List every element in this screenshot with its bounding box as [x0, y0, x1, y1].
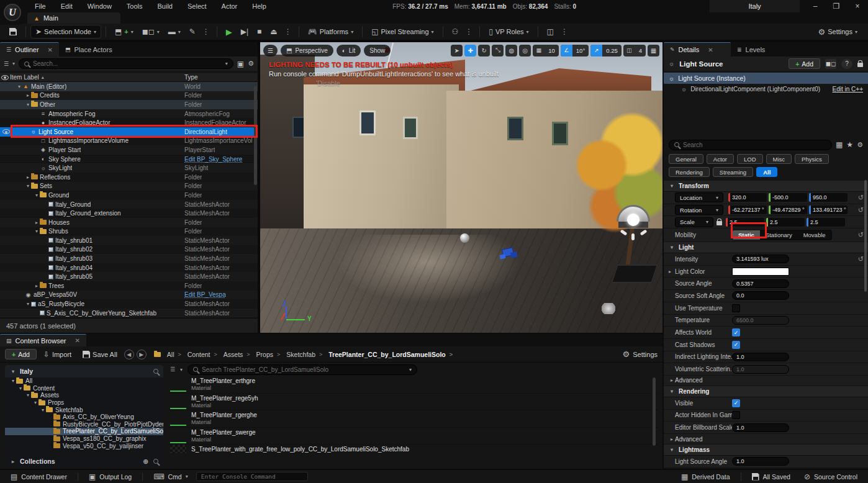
tree-row[interactable]: ▾Props	[5, 399, 163, 407]
close-icon[interactable]: ✕	[75, 337, 79, 344]
back-button[interactable]: ◀	[124, 350, 134, 359]
outliner-row[interactable]: Italy_GroundStaticMeshActor	[0, 200, 258, 209]
toolbar-overflow-kebab[interactable]: ⋮	[200, 27, 212, 36]
outliner-row[interactable]: ▸TreesFolder	[0, 281, 258, 291]
save-button[interactable]	[5, 25, 21, 38]
cb-settings-button[interactable]: ⚙Settings	[623, 350, 658, 359]
component-row-directional-light[interactable]: ☼ DirectionalLightComponent (LightCompon…	[664, 84, 868, 94]
scale-z-field[interactable]: 2.5	[807, 218, 845, 227]
add-component-button[interactable]: +Add	[789, 58, 820, 69]
outliner-row-light-source[interactable]: ☼Light SourceDirectionalLight	[0, 127, 258, 137]
filter-actor[interactable]: Actor	[707, 154, 734, 164]
blueprint-icon[interactable]: ◼◻	[825, 59, 836, 69]
pixel-streaming-button[interactable]: ◱Pixel Streaming▾	[367, 25, 438, 38]
tree-row[interactable]: Axis_CC_by_OliverYeung	[5, 413, 163, 421]
multi-user-button[interactable]: ⚇	[448, 25, 463, 38]
directional-light-gizmo[interactable]	[617, 205, 650, 238]
light-source-angle-field[interactable]: 1.0	[732, 457, 789, 466]
close-icon[interactable]: ✕	[708, 47, 713, 53]
breadcrumb-treeplanter[interactable]: TreePlanter_CC_by_LordSamueliSolo	[328, 351, 456, 358]
outliner-column-header[interactable]: Item Label ▴ Type	[0, 73, 258, 82]
rotation-x-field[interactable]: -62.272137 °	[728, 205, 767, 214]
outliner-row[interactable]: ◉aBP_Vespa50VEdit BP_Vespa	[0, 291, 258, 300]
scale-dropdown[interactable]: Scale▾	[675, 217, 713, 227]
filter-lod[interactable]: LOD	[737, 154, 763, 164]
frame-skip-button[interactable]: ▶|	[237, 25, 253, 38]
outliner-row[interactable]: Italy_shrub05StaticMeshActor	[0, 272, 258, 281]
source-angle-field[interactable]: 0.5357	[732, 279, 789, 288]
multi-user-kebab[interactable]: ⋮	[463, 27, 475, 36]
affects-world-checkbox[interactable]	[732, 328, 740, 336]
asset-row[interactable]: M_TreePlanter_erthgreMaterial	[168, 376, 658, 394]
menu-build[interactable]: Build	[150, 0, 180, 12]
outliner-row[interactable]: ▾GroundFolder	[0, 191, 258, 200]
menu-file[interactable]: File	[27, 0, 53, 12]
outliner-row[interactable]: ≡Atmospheric FogAtmosphericFog	[0, 109, 258, 119]
cb-add-button[interactable]: +Add	[5, 349, 37, 359]
outliner-settings-icon[interactable]: ⚙	[248, 60, 254, 68]
rotation-dropdown[interactable]: Rotation▾	[675, 205, 723, 215]
outliner-row[interactable]: Italy_shrub04StaticMeshActor	[0, 263, 258, 273]
outliner-row[interactable]: ▸HousesFolder	[0, 218, 258, 227]
new-folder-icon[interactable]: ▣	[237, 60, 244, 68]
scale-y-field[interactable]: 2.5	[766, 218, 805, 227]
perspective-menu[interactable]: ⬒Perspective	[281, 45, 333, 56]
all-saved-button[interactable]: All Saved	[746, 471, 796, 482]
grid-snap-control[interactable]: ▦10	[533, 45, 559, 56]
tree-row[interactable]: ▾Content	[5, 385, 163, 392]
menu-actor[interactable]: Actor	[214, 0, 245, 12]
filter-physics[interactable]: Physics	[795, 154, 829, 164]
console-command-input[interactable]: Enter Console Command	[196, 472, 308, 481]
reset-intensity-button[interactable]: ↺	[858, 255, 864, 263]
menu-edit[interactable]: Edit	[53, 0, 80, 12]
reset-mobility-button[interactable]: ↺	[858, 231, 864, 239]
cmd-dropdown[interactable]: ⌨Cmd▾	[148, 471, 194, 482]
help-icon[interactable]: ?	[841, 59, 852, 69]
edit-in-cpp-link[interactable]: Edit in C++	[833, 86, 863, 93]
search-icon[interactable]	[153, 459, 158, 464]
forward-button[interactable]: ▶	[137, 350, 147, 359]
light-advanced-expander[interactable]: ▸Advanced	[664, 376, 868, 386]
lock-icon[interactable]	[857, 63, 863, 67]
outliner-row[interactable]: ▾ShrubsFolder	[0, 227, 258, 237]
tree-row-selected[interactable]: TreePlanter_CC_by_LordSamueliSolo	[5, 428, 163, 435]
section-transform[interactable]: ▾Transform	[664, 181, 868, 192]
location-dropdown[interactable]: Location▾	[675, 192, 723, 202]
editor-mode-select[interactable]: ➤ Selection Mode ▾	[30, 25, 101, 38]
details-scrollbar[interactable]	[864, 180, 867, 292]
display-options-icon[interactable]: ▦	[836, 140, 843, 149]
output-log-button[interactable]: ▣Output Log	[83, 471, 137, 482]
stop-button[interactable]: ■	[253, 25, 266, 38]
add-collection-icon[interactable]: ⊕	[143, 458, 148, 465]
derived-data-button[interactable]: ▦Derived Data	[676, 471, 736, 482]
outliner-row[interactable]: Italy_Ground_extensionStaticMeshActor	[0, 209, 258, 218]
asset-row[interactable]: S_TreePlanter_with_grate_free_low_poly_C…	[168, 445, 658, 454]
tree-row[interactable]: Vespa_v50_CC_by_yailjinser	[5, 442, 163, 449]
minimize-button[interactable]: –	[805, 0, 826, 12]
breadcrumb-props[interactable]: Props	[256, 351, 284, 358]
details-search-input[interactable]: Search	[669, 140, 832, 150]
filter-icon[interactable]: ☰	[170, 366, 175, 372]
play-button[interactable]: ▶	[222, 25, 237, 38]
tree-row[interactable]: Vespa_ss180_CC_by_graphix	[5, 435, 163, 443]
outliner-row[interactable]: □LightmassImportanceVolumeLightmassImpor…	[0, 137, 258, 146]
favorites-star-icon[interactable]: ★	[846, 140, 853, 149]
sources-header[interactable]: ▾Italy	[5, 365, 163, 377]
section-light[interactable]: ▾Light	[664, 242, 868, 253]
save-all-button[interactable]: Save All	[78, 348, 122, 361]
billboard-scale-field[interactable]: 1.0	[732, 423, 789, 432]
actor-hidden-checkbox[interactable]	[732, 411, 740, 419]
mobility-movable[interactable]: Movable	[798, 230, 831, 240]
import-button[interactable]: ⇩Import	[39, 348, 76, 361]
scale-lock-icon[interactable]	[717, 221, 722, 225]
outliner-row[interactable]: S_Axis_CC_by_OliverYeung_SketchfabStatic…	[0, 309, 258, 318]
filter-icon[interactable]: ☰	[4, 61, 9, 67]
world-local-toggle[interactable]: ◍	[505, 45, 517, 56]
outliner-row[interactable]: Italy_shrub01StaticMeshActor	[0, 236, 258, 245]
blueprints-button[interactable]: ◼◻▾	[138, 25, 164, 38]
vp-roles-button[interactable]: ▯VP Roles▾	[484, 25, 533, 38]
section-rendering[interactable]: ▾Rendering	[664, 386, 868, 397]
search-icon[interactable]	[153, 369, 158, 374]
location-x-field[interactable]: 320.0	[728, 193, 767, 202]
rotation-z-field[interactable]: 133.491723 °	[809, 205, 848, 214]
